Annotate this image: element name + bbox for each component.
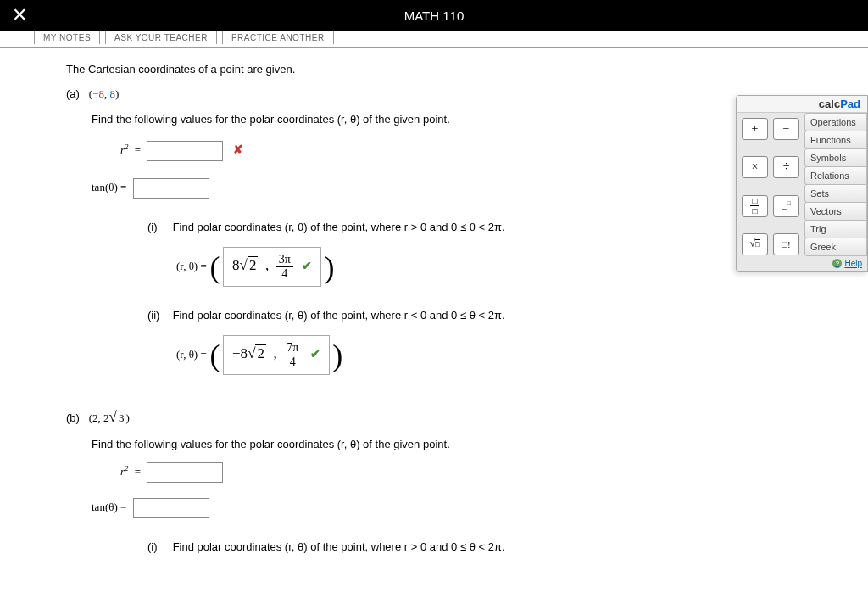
question-intro: The Cartesian coordinates of a point are… <box>66 63 827 76</box>
cat-trig[interactable]: Trig <box>804 220 867 238</box>
btn-times[interactable]: × <box>742 156 768 178</box>
btn-sqrt[interactable]: √□ <box>742 233 768 255</box>
paren-close: ) <box>115 87 119 100</box>
r2-label: r2 <box>120 143 129 156</box>
paren-open-icon: ( <box>209 250 220 284</box>
part-a-header: (a) (−8, 8) <box>66 87 827 101</box>
cat-symbols[interactable]: Symbols <box>804 148 867 167</box>
cat-relations[interactable]: Relations <box>804 166 867 185</box>
incorrect-icon: ✘ <box>233 143 243 156</box>
tab-strip: MY NOTES ASK YOUR TEACHER PRACTICE ANOTH… <box>0 31 868 48</box>
close-icon[interactable]: ✕ <box>12 4 27 26</box>
part-a-ii-text: Find polar coordinates (r, θ) of the poi… <box>173 309 505 322</box>
tan-label: tan(θ) = <box>92 181 126 193</box>
tan-theta-row: tan(θ) = <box>92 178 827 199</box>
btn-divide[interactable]: ÷ <box>773 156 799 178</box>
calcpad-categories: Operations Functions Symbols Relations S… <box>804 113 867 271</box>
answer-box-a-i[interactable]: 8√2 , 3π4 ✔ <box>223 247 321 287</box>
part-a-ii-answer: (r, θ) = ( −8√2 , 7π4 ✔ ) <box>176 335 827 375</box>
r-squared-row: r2 = ✘ <box>120 141 827 161</box>
part-a-ii: (ii) Find polar coordinates (r, θ) of th… <box>147 309 827 322</box>
roman-ii: (ii) <box>147 309 170 322</box>
rtheta-label: (r, θ) = <box>176 348 207 361</box>
r-squared-input[interactable] <box>147 141 223 161</box>
calcpad-buttons: + − × ÷ □□ □□ √□ □! <box>737 113 804 271</box>
tab-practice-another[interactable]: PRACTICE ANOTHER <box>222 31 334 44</box>
btn-exponent[interactable]: □□ <box>773 195 799 217</box>
part-a-label: (a) <box>66 87 80 100</box>
equals: = <box>135 465 141 478</box>
part-b-instruction: Find the following values for the polar … <box>92 438 827 450</box>
tan-theta-row-b: tan(θ) = <box>92 498 827 518</box>
cat-vectors[interactable]: Vectors <box>804 202 867 221</box>
part-b-label: (b) <box>66 411 80 424</box>
calcpad-title: calcPad <box>737 96 867 113</box>
r-squared-input-b[interactable] <box>147 462 223 483</box>
tan-theta-input[interactable] <box>133 178 209 199</box>
tab-ask-teacher[interactable]: ASK YOUR TEACHER <box>105 31 217 44</box>
part-b-i: (i) Find polar coordinates (r, θ) of the… <box>147 540 827 553</box>
point-x: −8 <box>92 87 104 100</box>
tan-theta-input-b[interactable] <box>133 498 209 518</box>
correct-icon: ✔ <box>302 260 312 272</box>
calcpad-help[interactable]: Help <box>804 255 867 271</box>
equals: = <box>135 143 141 156</box>
paren-close-icon: ) <box>325 250 335 284</box>
btn-minus[interactable]: − <box>773 118 799 140</box>
page-title: MATH 110 <box>404 8 465 23</box>
part-b-point: (2, 2√3) <box>89 411 130 424</box>
cat-sets[interactable]: Sets <box>804 184 867 203</box>
roman-i: (i) <box>147 221 170 233</box>
top-bar: ✕ MATH 110 <box>0 0 868 31</box>
tan-label: tan(θ) = <box>92 501 126 513</box>
cat-operations[interactable]: Operations <box>804 113 867 131</box>
part-b-header: (b) (2, 2√3) <box>66 409 827 426</box>
rtheta-label: (r, θ) = <box>176 260 207 272</box>
paren-open-icon: ( <box>209 338 220 372</box>
part-a-i-answer: (r, θ) = ( 8√2 , 3π4 ✔ ) <box>176 247 827 287</box>
correct-icon: ✔ <box>310 348 320 361</box>
roman-i: (i) <box>147 540 170 553</box>
cat-functions[interactable]: Functions <box>804 131 867 149</box>
btn-fraction[interactable]: □□ <box>742 195 768 217</box>
r2-label: r2 <box>120 465 129 478</box>
answer-box-a-ii[interactable]: −8√2 , 7π4 ✔ <box>223 335 330 375</box>
calcpad-panel: calcPad + − × ÷ □□ □□ √□ □! Operations F… <box>736 95 868 272</box>
cat-greek[interactable]: Greek <box>804 238 867 256</box>
part-a-i-text: Find polar coordinates (r, θ) of the poi… <box>173 221 505 233</box>
tab-my-notes[interactable]: MY NOTES <box>34 31 100 44</box>
r-squared-row-b: r2 = <box>120 462 827 483</box>
part-a-point: (−8, 8) <box>89 87 120 100</box>
part-a-instruction: Find the following values for the polar … <box>92 113 827 126</box>
part-b-i-text: Find polar coordinates (r, θ) of the poi… <box>173 540 505 553</box>
paren-close-icon: ) <box>332 338 342 372</box>
part-a-i: (i) Find polar coordinates (r, θ) of the… <box>147 221 827 233</box>
btn-plus[interactable]: + <box>742 118 768 140</box>
btn-factorial[interactable]: □! <box>773 233 799 255</box>
